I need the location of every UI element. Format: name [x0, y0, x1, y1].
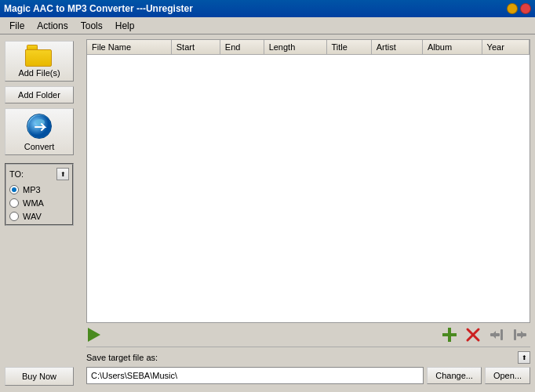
save-label: Save target file as:: [86, 353, 158, 362]
change-button[interactable]: Change...: [427, 367, 482, 384]
col-length: Length: [264, 40, 326, 55]
save-path-input[interactable]: [86, 367, 424, 384]
format-selector: TO: ⬆ MP3 WMA WAV: [5, 163, 74, 226]
window-controls: [507, 3, 531, 14]
radio-wma-outer: [9, 198, 19, 208]
svg-rect-3: [442, 333, 457, 336]
menu-help[interactable]: Help: [109, 19, 141, 33]
format-options: MP3 WMA WAV: [9, 185, 69, 221]
move-left-icon: [488, 326, 505, 343]
add-folder-button[interactable]: Add Folder: [5, 86, 74, 103]
sidebar: Add File(s) Add Folder: [0, 34, 86, 392]
save-path-row: Change... Open...: [86, 367, 530, 384]
add-track-icon: [441, 326, 458, 343]
add-files-button[interactable]: Add File(s): [5, 41, 74, 82]
convert-icon: [25, 112, 53, 140]
col-end: End: [220, 40, 264, 55]
radio-wav-outer: [9, 212, 19, 221]
delete-track-icon: [465, 327, 481, 343]
move-right-icon: [511, 326, 529, 343]
move-left-button[interactable]: [486, 326, 507, 343]
file-table: File Name Start End Length Title Artist …: [87, 40, 530, 55]
close-button[interactable]: [520, 3, 531, 14]
save-label-row: Save target file as: ⬆: [86, 351, 530, 364]
col-start: Start: [171, 40, 220, 55]
play-button[interactable]: [86, 326, 102, 343]
save-area: Save target file as: ⬆ Change... Open...: [86, 347, 530, 387]
save-collapse-button[interactable]: ⬆: [518, 351, 530, 364]
radio-mp3-inner: [12, 187, 16, 192]
title-bar: Magic AAC to MP3 Converter ---Unregister: [0, 0, 535, 17]
menu-bar: File Actions Tools Help: [0, 17, 535, 34]
svg-rect-8: [500, 329, 503, 340]
col-filename: File Name: [87, 40, 171, 55]
format-mp3[interactable]: MP3: [9, 185, 69, 194]
svg-rect-11: [514, 329, 516, 340]
add-track-button[interactable]: [439, 326, 460, 343]
menu-file[interactable]: File: [3, 19, 31, 33]
content-area: File Name Start End Length Title Artist …: [86, 34, 535, 392]
buy-now-button[interactable]: Buy Now: [5, 367, 74, 386]
col-title: Title: [326, 40, 371, 55]
delete-track-button[interactable]: [463, 326, 483, 343]
move-right-button[interactable]: [510, 326, 530, 343]
toolbar-row: [86, 323, 530, 347]
format-collapse-button[interactable]: ⬆: [56, 168, 69, 180]
svg-marker-7: [492, 331, 496, 339]
svg-marker-10: [521, 331, 525, 339]
minimize-button[interactable]: [507, 3, 518, 14]
format-wma[interactable]: WMA: [9, 198, 69, 208]
format-header: TO: ⬆: [9, 168, 69, 180]
file-table-container: File Name Start End Length Title Artist …: [86, 39, 530, 323]
convert-button[interactable]: Convert: [5, 108, 74, 155]
col-year: Year: [482, 40, 529, 55]
folder-icon: [25, 45, 53, 67]
open-button[interactable]: Open...: [485, 367, 530, 384]
menu-tools[interactable]: Tools: [75, 19, 109, 33]
col-artist: Artist: [371, 40, 422, 55]
format-wav[interactable]: WAV: [9, 212, 69, 221]
play-triangle-icon: [88, 328, 100, 342]
col-album: Album: [422, 40, 482, 55]
main-container: Add File(s) Add Folder: [0, 34, 535, 392]
menu-actions[interactable]: Actions: [31, 19, 74, 33]
window-title: Magic AAC to MP3 Converter ---Unregister: [4, 3, 193, 14]
table-header-row: File Name Start End Length Title Artist …: [87, 40, 530, 55]
radio-mp3-outer: [9, 185, 19, 194]
